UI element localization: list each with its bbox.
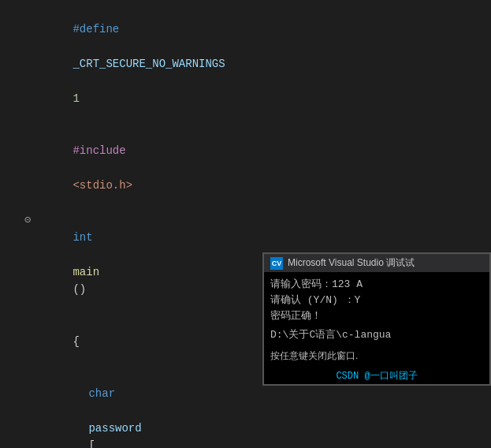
keyword: #define (73, 23, 119, 35)
define-value: 1 (73, 92, 79, 105)
console-footer: 按任意键关闭此窗口. (264, 348, 489, 368)
keyword-int: int (73, 231, 92, 244)
fold-gutter-3[interactable]: ⊝ (22, 211, 33, 229)
console-output-1: 请输入密码：123 A (270, 277, 483, 293)
console-credit: CSDN @一口叫团子 (264, 368, 489, 384)
include-path: <stdio.h> (73, 179, 132, 192)
vs-icon: CV (270, 257, 283, 270)
console-body: 请输入密码：123 A 请确认 (Y/N) ：Y 密码正确！ D:\关于C语言\… (264, 272, 489, 348)
code-editor: #define _CRT_SECURE_NO_WARNINGS 1 #inclu… (0, 0, 491, 448)
func-main: main (73, 266, 99, 278)
console-title: Microsoft Visual Studio 调试试 (288, 256, 415, 270)
macro-name: _CRT_SECURE_NO_WARNINGS (73, 58, 225, 70)
code-content-1: #define _CRT_SECURE_NO_WARNINGS 1 (33, 3, 491, 125)
console-titlebar: CV Microsoft Visual Studio 调试试 (264, 254, 489, 272)
console-output-2: 请确认 (Y/N) ：Y (270, 293, 483, 308)
console-prompt: 按任意键关闭此窗口. (270, 349, 483, 363)
keyword-include: #include (73, 144, 125, 157)
code-line-1: #define _CRT_SECURE_NO_WARNINGS 1 (0, 3, 491, 125)
code-content-2: #include <stdio.h> (33, 125, 491, 211)
console-output-3: 密码正确！ (270, 308, 483, 324)
console-window: CV Microsoft Visual Studio 调试试 请输入密码：123… (262, 252, 491, 386)
code-line-2: #include <stdio.h> (0, 125, 491, 211)
console-drive-path: D:\关于C语言\c-langua (270, 327, 483, 343)
